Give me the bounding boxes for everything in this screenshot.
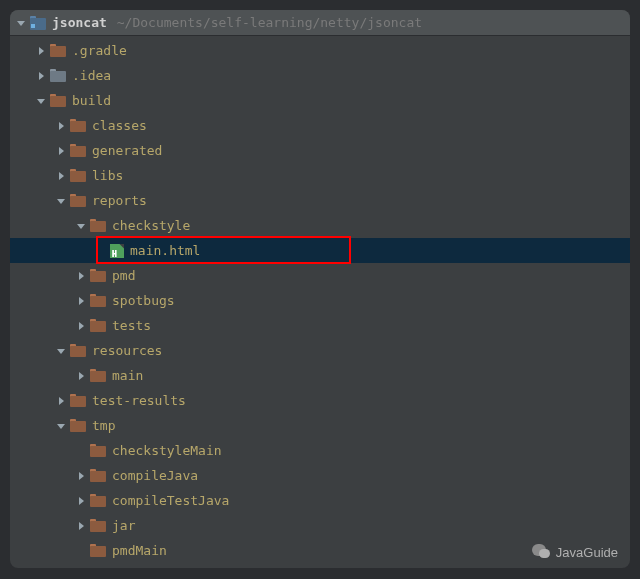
- folder-icon: [70, 393, 86, 409]
- tree-row[interactable]: build: [10, 88, 630, 113]
- tree-row[interactable]: reports: [10, 188, 630, 213]
- svg-rect-30: [90, 271, 106, 282]
- folder-icon: [90, 268, 106, 284]
- chevron-down-icon[interactable]: [56, 346, 66, 356]
- chevron-right-icon[interactable]: [76, 296, 86, 306]
- wechat-icon: [530, 541, 552, 563]
- svg-marker-40: [79, 372, 84, 380]
- chevron-right-icon[interactable]: [36, 46, 46, 56]
- chevron-right-icon[interactable]: [56, 121, 66, 131]
- chevron-right-icon[interactable]: [56, 171, 66, 181]
- svg-rect-36: [90, 321, 106, 332]
- tree-row[interactable]: pmd: [10, 263, 630, 288]
- tree-item-label: jar: [112, 518, 135, 533]
- chevron-right-icon[interactable]: [56, 146, 66, 156]
- chevron-right-icon[interactable]: [76, 321, 86, 331]
- svg-rect-61: [90, 546, 106, 557]
- chevron-right-icon[interactable]: [76, 271, 86, 281]
- tree-item-label: main: [112, 368, 143, 383]
- tree-row[interactable]: libs: [10, 163, 630, 188]
- svg-rect-50: [90, 446, 106, 457]
- file-tree: .gradle .idea build classes generated li…: [10, 36, 630, 563]
- tree-item-label: classes: [92, 118, 147, 133]
- svg-marker-31: [79, 297, 84, 305]
- svg-marker-46: [57, 424, 65, 429]
- svg-marker-19: [59, 172, 64, 180]
- svg-rect-48: [70, 421, 86, 432]
- tree-row[interactable]: tmp: [10, 413, 630, 438]
- tree-row[interactable]: test-results: [10, 388, 630, 413]
- chevron-down-icon[interactable]: [56, 421, 66, 431]
- chevron-right-icon[interactable]: [76, 371, 86, 381]
- folder-icon: [70, 143, 86, 159]
- tree-item-label: spotbugs: [112, 293, 175, 308]
- svg-marker-37: [57, 349, 65, 354]
- tree-row[interactable]: main: [10, 363, 630, 388]
- chevron-right-icon[interactable]: [76, 471, 86, 481]
- folder-icon: [90, 443, 106, 459]
- chevron-down-icon[interactable]: [36, 96, 46, 106]
- chevron-right-icon[interactable]: [76, 521, 86, 531]
- tree-row[interactable]: .idea: [10, 63, 630, 88]
- tree-item-label: build: [72, 93, 111, 108]
- svg-marker-22: [57, 199, 65, 204]
- tree-item-label: pmdMain: [112, 543, 167, 558]
- folder-icon: [90, 368, 106, 384]
- tree-row[interactable]: spotbugs: [10, 288, 630, 313]
- folder-icon: [90, 543, 106, 559]
- svg-rect-9: [50, 71, 66, 82]
- project-path: ~/Documents/self-learning/netty/jsoncat: [117, 15, 422, 30]
- folder-icon: [50, 68, 66, 84]
- svg-marker-10: [37, 99, 45, 104]
- module-folder-icon: [30, 15, 46, 31]
- tree-row[interactable]: generated: [10, 138, 630, 163]
- tree-row[interactable]: resources: [10, 338, 630, 363]
- tree-item-label: .gradle: [72, 43, 127, 58]
- svg-marker-7: [39, 72, 44, 80]
- tree-item-label: tests: [112, 318, 151, 333]
- tree-row[interactable]: checkstyle: [10, 213, 630, 238]
- svg-rect-21: [70, 171, 86, 182]
- folder-icon: [90, 468, 106, 484]
- tree-row[interactable]: main.html: [10, 238, 630, 263]
- chevron-right-icon[interactable]: [36, 71, 46, 81]
- svg-marker-0: [17, 21, 25, 26]
- svg-marker-51: [79, 472, 84, 480]
- folder-icon: [50, 43, 66, 59]
- svg-rect-15: [70, 121, 86, 132]
- project-root-row[interactable]: jsoncat ~/Documents/self-learning/netty/…: [10, 10, 630, 36]
- folder-icon: [90, 493, 106, 509]
- chevron-down-icon[interactable]: [76, 221, 86, 231]
- tree-item-label: tmp: [92, 418, 115, 433]
- folder-icon: [90, 218, 106, 234]
- svg-rect-42: [90, 371, 106, 382]
- chevron-down-icon[interactable]: [16, 18, 26, 28]
- svg-marker-28: [79, 272, 84, 280]
- chevron-right-icon[interactable]: [76, 496, 86, 506]
- tree-row[interactable]: jar: [10, 513, 630, 538]
- svg-rect-18: [70, 146, 86, 157]
- svg-marker-54: [79, 497, 84, 505]
- svg-rect-56: [90, 496, 106, 507]
- tree-item-label: pmd: [112, 268, 135, 283]
- project-tree-panel: jsoncat ~/Documents/self-learning/netty/…: [10, 10, 630, 568]
- tree-item-label: checkstyle: [112, 218, 190, 233]
- tree-row[interactable]: classes: [10, 113, 630, 138]
- tree-row[interactable]: compileJava: [10, 463, 630, 488]
- tree-row[interactable]: checkstyleMain: [10, 438, 630, 463]
- svg-marker-34: [79, 322, 84, 330]
- svg-rect-53: [90, 471, 106, 482]
- tree-row[interactable]: .gradle: [10, 38, 630, 63]
- svg-marker-13: [59, 122, 64, 130]
- svg-rect-6: [50, 46, 66, 57]
- tree-item-label: reports: [92, 193, 147, 208]
- chevron-down-icon[interactable]: [56, 196, 66, 206]
- folder-icon: [70, 168, 86, 184]
- svg-rect-27: [90, 221, 106, 232]
- svg-marker-57: [79, 522, 84, 530]
- svg-rect-45: [70, 396, 86, 407]
- tree-row[interactable]: tests: [10, 313, 630, 338]
- chevron-right-icon[interactable]: [56, 396, 66, 406]
- svg-rect-3: [31, 24, 35, 28]
- tree-row[interactable]: compileTestJava: [10, 488, 630, 513]
